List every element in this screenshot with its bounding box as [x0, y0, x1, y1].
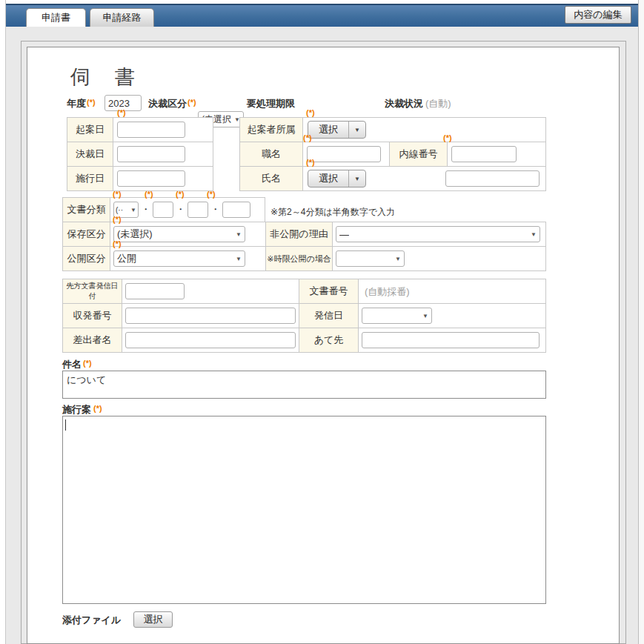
required-marker: (*) [113, 215, 122, 224]
counterpart-send-date-input[interactable] [125, 283, 185, 299]
receipt-number-input[interactable] [125, 308, 296, 324]
draft-date-label: 起案日 [67, 118, 113, 142]
enforcement-date-label: 施行日 [67, 167, 113, 191]
enforcement-draft-textarea[interactable] [62, 416, 546, 604]
text-cursor [65, 419, 66, 431]
name-select-label: 選択 [308, 170, 348, 187]
classification-3-input[interactable] [187, 202, 208, 218]
required-marker: (*) [145, 190, 153, 199]
required-marker: (*) [83, 359, 92, 368]
classification-2-input[interactable] [153, 202, 173, 218]
classification-separator: ・ [141, 203, 150, 216]
enforcement-date-input[interactable] [117, 170, 185, 187]
document-classification-table: 文書分類 (·· ▼ ・ ・ ・ [62, 197, 265, 222]
required-marker: (*) [117, 108, 126, 117]
dates-table: 起案日 決裁日 施行日 [67, 117, 213, 191]
classification-1-value: (·· [116, 206, 123, 214]
required-marker: (*) [443, 133, 452, 142]
storage-category-value: (未選択) [117, 228, 153, 241]
approval-category-label: 決裁区分 [148, 97, 187, 110]
classification-4-input[interactable] [222, 202, 250, 218]
required-marker: (*) [113, 239, 122, 248]
drafter-affiliation-label: 起案者所属 [240, 118, 303, 142]
draft-date-input[interactable] [117, 122, 185, 138]
page-title: 伺 書 [70, 64, 137, 90]
counterpart-send-date-label: 先方文書発信日付 [63, 279, 122, 304]
required-marker: (*) [187, 98, 196, 107]
tab-application-route[interactable]: 申請経路 [90, 8, 154, 27]
send-date-dropdown[interactable]: ▼ [362, 308, 432, 324]
addressee-label: あて先 [299, 328, 359, 353]
approval-status-auto-hint: (自動) [425, 97, 451, 110]
approval-date-label: 決裁日 [67, 142, 113, 167]
dropdown-arrow-icon[interactable]: ▼ [348, 122, 365, 138]
name-input[interactable] [445, 170, 540, 187]
affiliation-select-button[interactable]: 選択 ▼ [308, 121, 366, 139]
attachment-select-button[interactable]: 選択 [133, 611, 173, 628]
nondisclosure-reason-label: 非公開の理由 [266, 222, 333, 247]
required-marker: (*) [306, 158, 315, 167]
timed-publication-dropdown[interactable]: ▼ [336, 250, 405, 267]
dropdown-arrow-icon: ▼ [236, 231, 242, 238]
drafter-table: 起案者所属 選択 ▼ 職名 内線番号 氏名 選択 [239, 117, 546, 191]
dropdown-arrow-icon: ▼ [395, 256, 401, 262]
classification-separator: ・ [176, 203, 185, 216]
required-marker: (*) [93, 404, 102, 413]
dropdown-arrow-icon: ▼ [130, 207, 136, 213]
classification-separator: ・ [210, 203, 220, 216]
approval-status-label: 決裁状況 [385, 97, 423, 110]
required-marker: (*) [207, 190, 216, 199]
storage-category-dropdown[interactable]: (未選択) ▼ [113, 226, 245, 242]
right-margin-strip [638, 0, 644, 644]
addressee-input[interactable] [362, 332, 540, 348]
required-marker: (*) [87, 98, 96, 107]
send-date-label: 発信日 [299, 304, 359, 328]
left-margin-strip [0, 0, 6, 644]
sender-name-input[interactable] [125, 332, 296, 348]
enforcement-draft-label: 施行案 [62, 403, 91, 416]
storage-category-label: 保存区分 [63, 222, 110, 247]
required-marker: (*) [176, 190, 185, 199]
extension-number-label: 内線番号 [390, 142, 448, 167]
job-title-label: 職名 [240, 142, 303, 167]
name-select-button[interactable]: 選択 ▼ [308, 170, 366, 187]
timed-publication-label: ※時限公開の場合 [266, 247, 333, 271]
document-number-label: 文書番号 [299, 279, 359, 304]
subject-textarea[interactable]: について [62, 371, 546, 399]
required-marker: (*) [306, 108, 315, 117]
publication-category-dropdown[interactable]: 公開 ▼ [113, 250, 245, 267]
publication-category-label: 公開区分 [63, 247, 110, 271]
required-marker: (*) [113, 190, 122, 199]
document-numbers-table: 先方文書発信日付 文書番号 (自動採番) 収発番号 発信日 ▼ 差出者名 あて先 [62, 279, 546, 353]
attachment-label: 添付ファイル [62, 614, 121, 627]
document-number-auto-hint: (自動採番) [365, 286, 410, 297]
storage-publication-table: 保存区分 (未選択) ▼ 非公開の理由 ― ▼ 公開区分 公開 ▼ [62, 222, 546, 271]
dropdown-arrow-icon: ▼ [236, 256, 242, 262]
subject-label: 件名 [62, 358, 82, 371]
dropdown-arrow-icon[interactable]: ▼ [348, 170, 365, 187]
nondisclosure-reason-dropdown[interactable]: ― ▼ [336, 226, 540, 242]
affiliation-select-label: 選択 [308, 122, 348, 138]
approval-date-input[interactable] [117, 146, 185, 162]
application-window: 申請書 申請経路 内容の編集 伺 書 年度 (*) 決裁区分 (*) (未選択)… [0, 0, 644, 644]
required-marker: (*) [303, 133, 312, 142]
document-classification-label: 文書分類 [63, 198, 110, 222]
job-title-input[interactable] [307, 146, 381, 162]
dropdown-arrow-icon: ▼ [422, 313, 428, 319]
name-label: 氏名 [240, 167, 303, 191]
classification-note: ※第2～4分類は半角数字で入力 [270, 206, 395, 219]
sender-name-label: 差出者名 [63, 328, 122, 353]
publication-category-value: 公開 [117, 252, 136, 265]
nondisclosure-reason-value: ― [339, 229, 349, 240]
processing-deadline-label: 要処理期限 [247, 97, 295, 110]
dropdown-arrow-icon: ▼ [531, 231, 537, 238]
edit-content-button[interactable]: 内容の編集 [565, 6, 631, 24]
extension-number-input[interactable] [451, 146, 517, 162]
receipt-number-label: 収発番号 [63, 304, 122, 328]
tab-application-form[interactable]: 申請書 [26, 8, 86, 27]
fiscal-year-label: 年度 [67, 97, 86, 110]
